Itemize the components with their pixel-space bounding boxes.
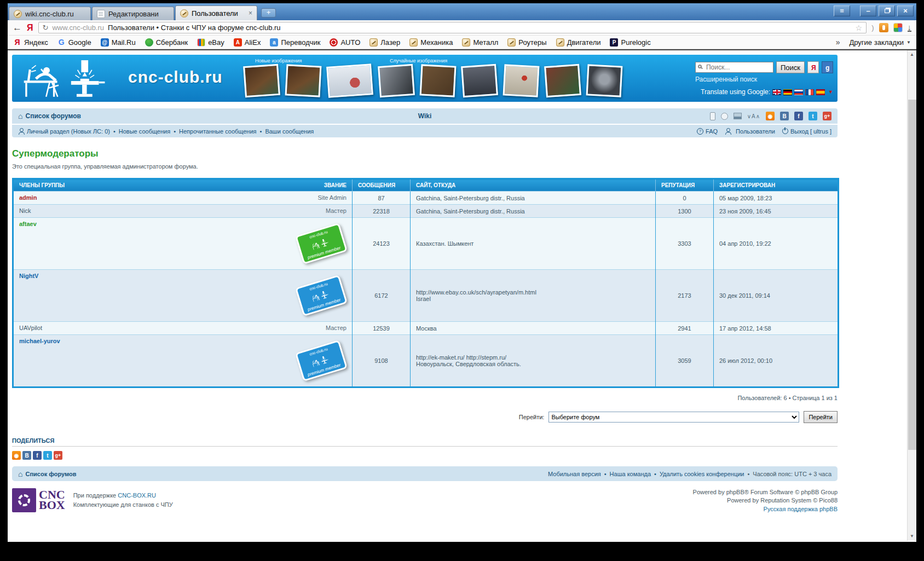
user-nav-link[interactable]: Личный раздел (Новых ЛС: 0): [27, 128, 110, 135]
vk-icon[interactable]: [22, 451, 31, 460]
engine-photo[interactable]: [461, 64, 498, 97]
bookmark-item[interactable]: Двигатели: [556, 38, 601, 47]
member-name-link[interactable]: admin: [19, 193, 317, 201]
bookmark-item[interactable]: Сбербанк: [145, 38, 188, 47]
translate-caret-icon[interactable]: ▼: [828, 89, 833, 95]
random-images-label[interactable]: Случайные изображения: [390, 58, 447, 63]
cnc-club-logo-icon[interactable]: [21, 57, 120, 99]
facebook-icon[interactable]: [794, 112, 803, 120]
session-link[interactable]: FAQ: [697, 128, 718, 135]
googleplus-icon[interactable]: [823, 112, 831, 120]
google-search-button[interactable]: g: [822, 61, 833, 73]
facebook-icon[interactable]: [33, 451, 42, 460]
bottom-nav-link[interactable]: Удалить cookies конференции: [660, 471, 744, 477]
pcb-photo-1[interactable]: [243, 64, 280, 97]
member-name-link[interactable]: michael-yurov: [19, 337, 293, 344]
member-name-link[interactable]: UAVpilot: [19, 323, 326, 331]
member-name-link[interactable]: aftaev: [19, 219, 293, 227]
panel-collapse-icon[interactable]: ): [871, 24, 874, 32]
close-button[interactable]: [897, 5, 914, 16]
panel-photo[interactable]: [503, 64, 540, 97]
laser-photo[interactable]: [420, 64, 457, 97]
bookmark-item[interactable]: Механика: [409, 38, 453, 47]
scrollbar-thumb[interactable]: [908, 100, 916, 450]
new-tab-button[interactable]: +: [261, 8, 276, 18]
bookmarks-overflow-button[interactable]: »: [836, 38, 840, 47]
forum-select[interactable]: Выберите форум: [548, 412, 799, 423]
bookmark-item[interactable]: Лазер: [369, 38, 400, 47]
search-input[interactable]: [695, 62, 773, 73]
cnc-box-logo[interactable]: CNC BOX: [12, 488, 65, 512]
scroll-down-icon[interactable]: ▼: [908, 532, 916, 541]
user-nav-link[interactable]: Новые сообщения: [119, 128, 170, 135]
search-button[interactable]: Поиск: [776, 61, 805, 73]
image-icon[interactable]: [734, 113, 742, 119]
feed-icon[interactable]: [721, 113, 728, 120]
bookmark-item[interactable]: Mail.Ru: [101, 38, 136, 47]
new-images-label[interactable]: Новые изображения: [255, 58, 302, 63]
refresh-icon[interactable]: ↻: [43, 24, 49, 32]
bookmark-item[interactable]: Металл: [462, 38, 498, 47]
credit-line-3-link[interactable]: Русская поддержка phpBB: [764, 506, 838, 512]
bookmark-item[interactable]: Google: [57, 38, 91, 47]
browser-tab[interactable]: wiki.cnc-club.ru: [9, 7, 91, 20]
extension-icon-orange[interactable]: [879, 23, 888, 32]
twitter-icon[interactable]: [809, 112, 817, 120]
forum-list-link-bottom[interactable]: ⌂ Список форумов: [18, 470, 76, 478]
flag-france[interactable]: [805, 89, 814, 95]
restore-button[interactable]: [879, 5, 895, 16]
bookmark-item[interactable]: Purelogic: [610, 38, 650, 47]
pulleys-photo[interactable]: [586, 64, 623, 97]
bottom-nav-link[interactable]: Мобильная версия: [548, 471, 601, 477]
minimize-button[interactable]: [860, 5, 876, 16]
googleplus-icon[interactable]: [54, 451, 62, 460]
user-nav-link[interactable]: Непрочитанные сообщения: [179, 128, 257, 135]
bookmark-star-icon[interactable]: ☆: [856, 24, 863, 32]
bookmark-item[interactable]: eBay: [197, 38, 224, 47]
font-size-icon[interactable]: ∨A∧: [747, 113, 760, 119]
member-name-link[interactable]: Nick: [19, 206, 326, 214]
browser-tab[interactable]: Редактировани: [92, 7, 174, 20]
tab-close-icon[interactable]: ×: [249, 10, 252, 16]
sponsor-link[interactable]: CNC-BOX.RU: [118, 492, 156, 499]
extension-icon-pinwheel[interactable]: [893, 23, 903, 32]
site-brand[interactable]: cnc-club.ru: [128, 68, 223, 86]
flag-spain[interactable]: [816, 89, 825, 95]
odnoklassniki-icon[interactable]: [766, 112, 775, 120]
forum-list-link[interactable]: ⌂ Список форумов: [18, 112, 81, 120]
vk-icon[interactable]: [780, 112, 789, 120]
flag-germany[interactable]: [783, 89, 792, 95]
odnoklassniki-icon[interactable]: [12, 451, 21, 460]
flag-uk[interactable]: [772, 89, 781, 95]
bookmark-item[interactable]: Яндекс: [13, 38, 48, 47]
bookmark-item[interactable]: AUTO: [330, 38, 360, 47]
scrollbar[interactable]: ▲ ▼: [907, 50, 916, 541]
mobile-icon[interactable]: [710, 112, 715, 120]
boards-photo[interactable]: [544, 64, 581, 97]
scroll-up-icon[interactable]: ▲: [908, 50, 916, 59]
session-link[interactable]: Выход [ ultrus ]: [782, 128, 831, 135]
bottom-nav-link[interactable]: Наша команда: [610, 471, 651, 477]
member-name-link[interactable]: NightV: [19, 271, 293, 279]
other-bookmarks-button[interactable]: Другие закладки ▼: [849, 38, 911, 47]
cad-screenshot[interactable]: [326, 63, 373, 98]
cutters-photo[interactable]: [378, 64, 415, 97]
jump-button[interactable]: Перейти: [804, 411, 838, 423]
bookmark-item[interactable]: Роутеры: [507, 38, 546, 47]
flag-russia[interactable]: [794, 89, 803, 95]
translate-label: Translate using Google:: [701, 88, 770, 96]
twitter-icon[interactable]: [43, 451, 52, 460]
yandex-search-button[interactable]: Я: [807, 61, 819, 73]
browser-menu-button[interactable]: [834, 5, 850, 16]
browser-tab[interactable]: Пользователи ×: [175, 5, 257, 20]
back-icon[interactable]: ←: [13, 23, 22, 32]
address-bar[interactable]: ↻ www.cnc-club.ru Пользователи • Станки …: [38, 22, 867, 33]
yandex-browser-icon[interactable]: Я: [27, 23, 33, 33]
download-icon[interactable]: ↓: [908, 24, 912, 32]
session-link[interactable]: Пользователи: [725, 128, 775, 135]
pcb-photo-2[interactable]: [285, 64, 322, 97]
user-nav-link[interactable]: Ваши сообщения: [265, 128, 314, 135]
bookmark-item[interactable]: AliEx: [234, 38, 261, 47]
bookmark-item[interactable]: Переводчик: [270, 38, 320, 47]
advanced-search-link[interactable]: Расширенный поиск: [695, 76, 757, 83]
